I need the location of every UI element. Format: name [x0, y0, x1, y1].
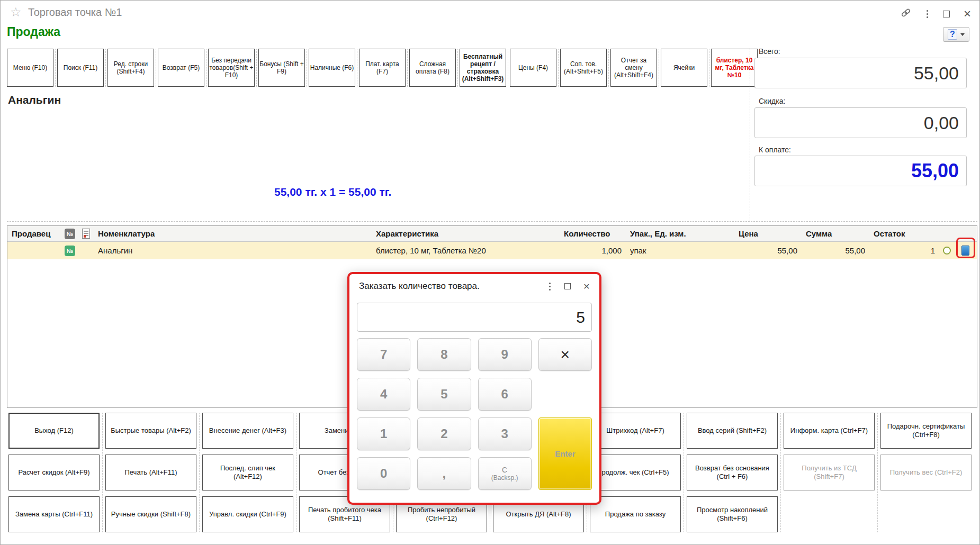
col-quantity: Количество	[560, 226, 626, 241]
col-nomenclature: Номенклатура	[94, 226, 372, 241]
toolbar-button-cash[interactable]: Наличные (F6)	[309, 49, 355, 87]
dialog-title: Заказать количество товара.	[359, 281, 480, 292]
due-label: К оплате:	[759, 146, 791, 154]
bottom-button-return-no-reason[interactable]: Возврат без основания (Ctrl + F6)	[687, 455, 778, 490]
bottom-button-get-from-tsd: Получить из ТСД (Shift+F7)	[784, 455, 875, 490]
cell-seller	[7, 242, 62, 259]
col-unit: Упак., Ед. изм.	[626, 226, 734, 241]
close-icon[interactable]: ×	[964, 9, 971, 19]
help-icon: ?	[948, 29, 957, 40]
toolbar-button-payment-card[interactable]: Плат. карта (F7)	[359, 49, 406, 87]
bottom-button-last-slip[interactable]: Послед. слип чек (Alt+F12)	[202, 455, 293, 490]
bottom-button-info-card[interactable]: Информ. карта (Ctrl+F7)	[784, 413, 875, 449]
discount-value: 0,00	[754, 107, 967, 138]
bottom-button-quick-goods[interactable]: Быстрые товары (Alt+F2)	[105, 413, 196, 449]
bottom-button-exit[interactable]: Выход (F12)	[8, 413, 100, 449]
toolbar-button-complex-payment[interactable]: Сложная оплата (F8)	[409, 49, 456, 87]
table-header: Продавец № Номенклатура Характеристика К…	[7, 226, 977, 242]
toolbar-button-free-prescription[interactable]: Бесплатный рецепт / страховка (Alt+Shift…	[460, 49, 506, 87]
chevron-down-icon	[960, 33, 965, 36]
quantity-dialog: Заказать количество товара. × 7 8 9 × 4 …	[347, 272, 601, 505]
bottom-button-print[interactable]: Печать (Alt+F11)	[105, 455, 196, 490]
toolbar-button-cells[interactable]: Ячейки	[661, 49, 707, 87]
cell-number: №	[62, 242, 78, 259]
discount-label: Скидка:	[759, 97, 785, 105]
col-stock: Остаток	[869, 226, 939, 241]
maximize-icon[interactable]	[564, 283, 571, 289]
document-icon	[82, 229, 90, 239]
bottom-button-deposit-money[interactable]: Внесение денег (Alt+F3)	[202, 413, 293, 449]
numpad-2[interactable]: 2	[417, 417, 471, 450]
bottom-button-get-weight: Получить вес (Ctrl+F2)	[880, 455, 972, 490]
dialog-controls: ×	[548, 281, 590, 292]
numpad-backspace[interactable]: С (Backsp.)	[478, 457, 532, 490]
bottom-button-manual-discounts[interactable]: Ручные скидки (Shift+F8)	[105, 496, 196, 532]
total-value: 55,00	[754, 58, 967, 88]
dashed-separator	[750, 48, 750, 221]
numpad: 7 8 9 × 4 5 6 1 2 3 Enter 0 , С (Backsp.…	[357, 338, 592, 490]
more-icon[interactable]	[548, 281, 552, 292]
bottom-button-continue-receipt[interactable]: родолж. чек (Ctrl+F5)	[590, 455, 681, 490]
bottom-button-view-savings[interactable]: Просмотр накоплений (Shift+F6)	[687, 496, 778, 532]
toolbar-button-product-variant[interactable]: блистер, 10 мг, Таблетка №10	[711, 49, 758, 87]
number-badge-icon: №	[65, 246, 75, 256]
toolbar: Меню (F10) Поиск (F11) Ред. строки (Shif…	[7, 49, 761, 87]
toolbar-button-edit-line[interactable]: Ред. строки (Shift+F4)	[107, 49, 154, 87]
numpad-6[interactable]: 6	[478, 378, 532, 411]
numpad-9[interactable]: 9	[478, 338, 532, 371]
product-heading: Анальгин	[8, 94, 61, 106]
toolbar-button-related-goods[interactable]: Соп. тов. (Alt+Shift+F5)	[560, 49, 607, 87]
favorite-star-icon[interactable]: ☆	[10, 5, 22, 20]
numpad-7[interactable]: 7	[357, 338, 410, 371]
numpad-enter[interactable]: Enter	[538, 417, 592, 490]
page-title: Продажа	[7, 25, 60, 39]
toolbar-button-menu[interactable]: Меню (F10)	[7, 49, 53, 87]
toolbar-button-bonuses[interactable]: Бонусы (Shift + F9)	[258, 49, 305, 87]
numpad-4[interactable]: 4	[357, 378, 410, 411]
numpad-3[interactable]: 3	[478, 417, 532, 450]
quantity-input[interactable]	[357, 303, 592, 332]
toolbar-button-shift-report[interactable]: Отчет за смену (Alt+Shift+F4)	[610, 49, 657, 87]
app-window: ☆ Торговая точка №1 × Продажа ? Меню (F1…	[0, 0, 980, 545]
cell-sum: 55,00	[802, 242, 869, 259]
numpad-5[interactable]: 5	[417, 378, 471, 411]
window-controls: ×	[900, 7, 971, 21]
toolbar-button-return[interactable]: Возврат (F5)	[158, 49, 204, 87]
bottom-button-barcode[interactable]: Штрихкод (Alt+F7)	[590, 413, 681, 449]
col-document	[78, 226, 94, 241]
link-icon[interactable]	[900, 7, 912, 21]
close-icon[interactable]: ×	[583, 281, 590, 291]
bottom-button-sale-by-order[interactable]: Продажа по заказу	[590, 496, 681, 532]
annotation-highlight	[956, 238, 975, 258]
cell-stock: 1	[869, 242, 939, 259]
bottom-button-discount-calc[interactable]: Расчет скидок (Alt+F9)	[8, 455, 100, 490]
cell-characteristic: блистер, 10 мг, Таблетка №20	[372, 242, 560, 259]
table-row[interactable]: № Анальгин блистер, 10 мг, Таблетка №20 …	[7, 242, 977, 259]
bottom-button-managed-discounts[interactable]: Управл. скидки (Ctrl+F9)	[202, 496, 293, 532]
col-sum: Сумма	[802, 226, 869, 241]
window-title: Торговая точка №1	[28, 6, 122, 19]
status-circle-icon	[943, 247, 951, 255]
backspace-label: С	[502, 466, 507, 474]
toolbar-button-search[interactable]: Поиск (F11)	[57, 49, 104, 87]
due-value: 55,00	[754, 156, 967, 186]
col-status	[939, 226, 954, 241]
help-button[interactable]: ?	[943, 27, 969, 42]
numpad-comma[interactable]: ,	[417, 457, 471, 490]
cell-unit: упак	[626, 242, 734, 259]
dashed-separator	[7, 221, 977, 222]
dialog-titlebar: Заказать количество товара. ×	[349, 274, 599, 298]
numpad-0[interactable]: 0	[357, 457, 410, 490]
numpad-multiply[interactable]: ×	[538, 338, 592, 371]
bottom-button-card-replace[interactable]: Замена карты (Ctrl+F11)	[8, 496, 100, 532]
toolbar-button-prices[interactable]: Цены (F4)	[510, 49, 556, 87]
bottom-button-gift-certificates[interactable]: Подарочн. сертификаты (Ctrl+F8)	[880, 413, 972, 449]
more-icon[interactable]	[925, 9, 929, 19]
toolbar-button-no-transfer[interactable]: Без передачи товаров(Shift + F10)	[208, 49, 255, 87]
numpad-1[interactable]: 1	[357, 417, 410, 450]
col-number: №	[62, 226, 78, 241]
cell-price: 55,00	[734, 242, 802, 259]
maximize-icon[interactable]	[943, 11, 950, 17]
bottom-button-series-input[interactable]: Ввод серий (Shift+F2)	[687, 413, 778, 449]
numpad-8[interactable]: 8	[417, 338, 471, 371]
